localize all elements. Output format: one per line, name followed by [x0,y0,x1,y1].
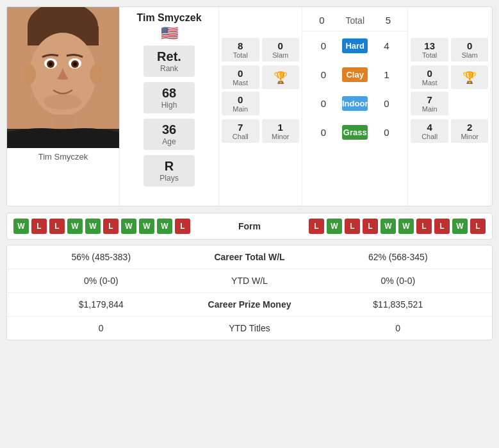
ytd-titles-left: 0 [17,323,186,333]
ytd-wl-label: YTD W/L [186,276,314,286]
ytd-titles-right: 0 [314,323,483,333]
player-left-high: 68 High [143,82,195,113]
indoor-surface-btn[interactable]: Indoor [342,96,368,111]
tim-photo [7,7,119,148]
ytd-titles-label: YTD Titles [186,323,314,333]
player-left-mast-main: 0 Mast 🏆 0 Main [222,65,299,115]
career-wl-left: 56% (485-383) [17,252,186,262]
trophy-icon-left: 🏆 [262,65,300,89]
form-right-7: L [416,219,432,234]
indoor-score-right: 0 [370,98,402,109]
trophy-icon-right: 🏆 [451,65,489,89]
form-right: L W L L W W L L W L [288,219,486,234]
player-left-extra-stats: 8 Total 0 Slam 0 Mast 🏆 0 Main [218,7,302,206]
ytd-wl-right: 0% (0-0) [314,276,483,286]
form-right-4: L [363,219,378,234]
player-right-minor-box: 2 Minor [451,119,489,143]
indoor-score-row: 0 Indoor 0 [302,93,407,114]
total-score-left: 0 [307,15,336,26]
player-right-total-box: 13 Total [411,38,448,62]
player-left-rank: Ret. Rank [143,46,195,77]
player-right-total-slam: 13 Total 0 Slam [411,38,488,62]
form-left-7: W [121,219,136,234]
player-left-plays: R Plays [143,155,195,187]
prize-money-row: $1,179,844 Career Prize Money $11,835,52… [7,293,492,317]
player-left-slam-box: 0 Slam [262,38,300,62]
prize-left: $1,179,844 [17,299,186,310]
player-left-chall-box: 7 Chall [222,119,259,143]
form-left-9: W [157,219,172,234]
clay-score-right: 1 [370,69,402,80]
form-right-9: W [452,219,468,234]
grass-surface-btn[interactable]: Grass [342,125,368,140]
player-left-main-box: 0 Main [222,92,259,115]
form-label: Form [211,221,288,231]
prize-right: $11,835,521 [314,299,483,310]
player-left-flag: 🇺🇸 [161,25,178,42]
player-right-slam-box: 0 Slam [451,38,489,62]
career-wl-row: 56% (485-383) Career Total W/L 62% (568-… [7,245,492,269]
form-section: W L L W W L W W W L Form L W L L W W L L… [6,213,493,240]
svg-point-4 [23,65,36,84]
form-left-8: W [139,219,154,234]
player-right-mast-box: 0 Mast [411,65,448,89]
player-left-minor-box: 1 Minor [262,119,300,143]
svg-point-11 [73,62,77,66]
player-left-chall-minor: 7 Chall 1 Minor [222,119,299,143]
center-scores-col: 0 Total 5 0 Hard 4 0 Clay 1 0 Indoor 0 [302,7,408,206]
form-right-1: L [309,219,324,234]
form-left-5: W [85,219,101,234]
player-left-total-box: 8 Total [222,38,259,62]
grass-score-row: 0 Grass 0 [302,122,407,143]
svg-point-5 [90,65,102,84]
stats-rows: 56% (485-383) Career Total W/L 62% (568-… [6,245,493,340]
player-comparison-row: Tim Smyczek Tim Smyczek 🇺🇸 Ret. Rank 68 … [6,6,493,206]
career-wl-label: Career Total W/L [186,252,314,262]
main-container: Tim Smyczek Tim Smyczek 🇺🇸 Ret. Rank 68 … [0,0,499,347]
player-left-total-slam: 8 Total 0 Slam [222,38,299,62]
prize-label: Career Prize Money [186,299,314,310]
player-right-chall-box: 4 Chall [411,119,448,143]
ytd-wl-row: 0% (0-0) YTD W/L 0% (0-0) [7,269,492,293]
player-left-mast-box: 0 Mast [222,65,259,89]
career-wl-right: 62% (568-345) [314,252,483,262]
player-left-name: Tim Smyczek [136,12,201,24]
ytd-titles-row: 0 YTD Titles 0 [7,317,492,340]
form-left-1: W [13,219,29,234]
form-left: W L L W W L W W W L [13,219,211,234]
form-right-10: L [470,219,486,234]
form-left-3: L [49,219,65,234]
player-right-main-box: 7 Main [411,92,448,115]
player-right-stats: KevinAnderson 🇿🇦 617 Rank 5 High 38 Age … [491,7,499,206]
form-left-6: L [103,219,119,234]
player-left-age: 36 Age [143,119,195,150]
form-left-4: W [67,219,83,234]
form-right-6: W [398,219,414,234]
ytd-wl-left: 0% (0-0) [17,276,186,286]
total-score-row: 0 Total 5 [302,7,407,31]
hard-surface-btn[interactable]: Hard [342,38,368,53]
grass-score-right: 0 [370,127,402,138]
player-right-mast-main: 0 Mast 🏆 7 Main [411,65,488,115]
hard-score-row: 0 Hard 4 [302,35,407,56]
clay-surface-btn[interactable]: Clay [342,67,368,82]
form-right-2: W [327,219,342,234]
form-left-2: L [31,219,47,234]
player-left-label: Tim Smyczek [7,152,119,162]
total-score-right: 5 [373,15,402,26]
clay-score-row: 0 Clay 1 [302,64,407,85]
grass-score-left: 0 [307,127,339,138]
form-right-5: W [380,219,396,234]
player-right-chall-minor: 4 Chall 2 Minor [411,119,488,143]
clay-score-left: 0 [307,69,339,80]
player-left-stats: Tim Smyczek 🇺🇸 Ret. Rank 68 High 36 Age … [119,7,218,206]
indoor-score-left: 0 [307,98,339,109]
hard-score-right: 4 [370,40,402,51]
player-left-photo-area: Tim Smyczek [7,7,119,206]
player-right-extra-stats: 13 Total 0 Slam 0 Mast 🏆 7 Main [408,7,491,206]
form-right-8: L [434,219,450,234]
form-right-3: L [345,219,360,234]
form-left-10: L [175,219,190,234]
svg-point-12 [44,94,82,110]
total-label: Total [336,15,373,26]
